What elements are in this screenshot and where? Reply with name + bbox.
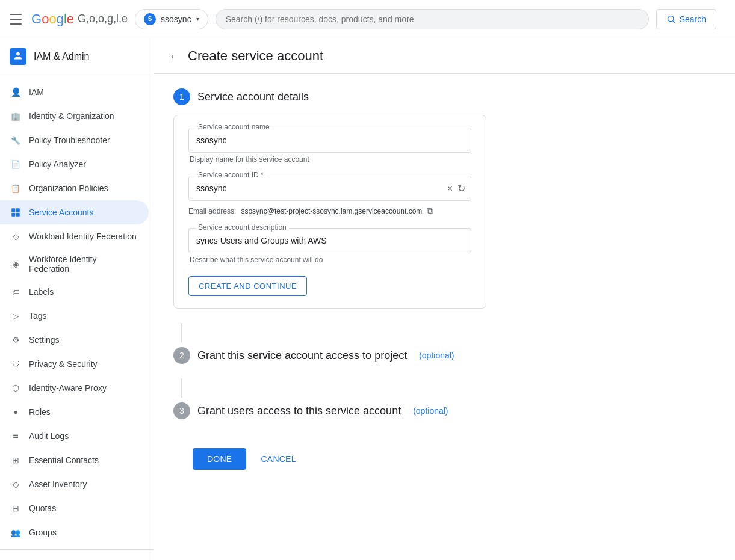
sidebar-item-tags[interactable]: Tags (0, 304, 149, 328)
search-bar[interactable] (216, 9, 649, 29)
diamond-icon (10, 478, 22, 490)
org-icon (10, 110, 22, 122)
cancel-button[interactable]: CANCEL (253, 448, 303, 470)
step-1-header: 1 Service account details (173, 88, 604, 105)
svg-rect-4 (11, 213, 15, 217)
roles-icon (10, 406, 22, 418)
sidebar-item-manage-resources[interactable]: Manage Resources (0, 555, 149, 560)
sidebar-item-audit-logs[interactable]: Audit Logs (0, 424, 149, 448)
id-field-label: Service account ID * (196, 171, 266, 179)
sidebar-item-labels[interactable]: Labels (0, 280, 149, 304)
sidebar-item-essential-contacts[interactable]: Essential Contacts (0, 448, 149, 472)
service-account-id-field: Service account ID * × ↻ (188, 176, 471, 201)
step-3-section: 3 Grant users access to this service acc… (173, 402, 604, 419)
step-divider-1 (181, 323, 182, 342)
step-2-number: 2 (173, 347, 190, 364)
sidebar-item-label: Privacy & Security (29, 359, 98, 369)
settings-icon (10, 334, 22, 346)
sidebar-title: IAM & Admin (34, 51, 89, 62)
sidebar-item-workload-identity[interactable]: Workload Identity Federation (0, 224, 149, 248)
sidebar-header: IAM & Admin (0, 38, 154, 75)
sidebar: IAM & Admin IAM Identity & Organization … (0, 38, 154, 560)
sidebar-item-label: Identity & Organization (29, 111, 114, 121)
project-icon: S (144, 13, 156, 25)
sidebar-item-label: Groups (29, 528, 57, 537)
search-input[interactable] (226, 14, 639, 24)
service-account-id-input[interactable] (188, 176, 471, 201)
email-label: Email address: (188, 207, 236, 215)
step-3-subtitle: (optional) (413, 406, 448, 416)
email-value: ssosync@test-project-ssosync.iam.gservic… (241, 207, 422, 215)
workforce-icon (10, 258, 22, 270)
workload-icon (10, 230, 22, 242)
sidebar-item-policy-analyzer[interactable]: Policy Analyzer (0, 152, 149, 176)
sidebar-item-label: Service Accounts (29, 208, 93, 217)
step-3-number: 3 (173, 402, 190, 419)
sidebar-item-label: Labels (29, 287, 54, 297)
sidebar-nav: IAM Identity & Organization Policy Troub… (0, 75, 154, 549)
back-button[interactable]: ← (169, 49, 181, 63)
service-account-description-input[interactable] (188, 228, 471, 253)
sidebar-item-identity-org[interactable]: Identity & Organization (0, 104, 149, 128)
done-button[interactable]: DONE (193, 448, 246, 470)
sidebar-item-settings[interactable]: Settings (0, 328, 149, 352)
page-title: Create service account (188, 48, 323, 64)
tag-icon (10, 310, 22, 322)
step-divider-2 (181, 378, 182, 398)
logs-icon (10, 430, 22, 442)
name-field-hint: Display name for this service account (188, 155, 471, 164)
bottom-actions: DONE CANCEL (173, 438, 604, 479)
sidebar-item-service-accounts[interactable]: Service Accounts (0, 200, 149, 224)
description-field-label: Service account description (196, 223, 289, 232)
step-1-title: Service account details (197, 91, 309, 103)
main-content: ← Create service account 1 Service accou… (154, 38, 735, 560)
sidebar-item-label: Workforce Identity Federation (29, 254, 139, 274)
sidebar-item-iam[interactable]: IAM (0, 80, 149, 104)
sidebar-item-org-policies[interactable]: Organization Policies (0, 176, 149, 200)
sidebar-item-label: Workload Identity Federation (29, 232, 137, 241)
sidebar-item-label: IAM (29, 87, 44, 97)
menu-button[interactable] (10, 12, 24, 26)
google-cloud-logo[interactable]: Google G,o,o,g,l,e (31, 11, 128, 27)
quotas-icon (10, 502, 22, 514)
proxy-icon (10, 382, 22, 394)
step-1-section: 1 Service account details Service accoun… (173, 88, 604, 309)
svg-line-1 (673, 21, 675, 23)
clear-id-button[interactable]: × (446, 182, 454, 195)
policy-icon (10, 182, 22, 194)
top-header: Google G,o,o,g,l,e S ssosync ▾ Search (0, 0, 735, 38)
project-selector[interactable]: S ssosync ▾ (135, 9, 208, 29)
sidebar-item-asset-inventory[interactable]: Asset Inventory (0, 472, 149, 496)
service-account-description-field: Service account description Describe wha… (188, 228, 471, 264)
sidebar-item-quotas[interactable]: Quotas (0, 496, 149, 520)
step-2-title: Grant this service account access to pro… (197, 349, 407, 362)
groups-icon (10, 526, 22, 538)
copy-email-button[interactable]: ⧉ (427, 206, 433, 216)
svg-rect-2 (11, 208, 15, 212)
id-field-actions: × ↻ (446, 182, 467, 195)
sidebar-item-workforce-identity[interactable]: Workforce Identity Federation (0, 248, 149, 280)
step-2-section: 2 Grant this service account access to p… (173, 347, 604, 364)
step-1-card: Service account name Display name for th… (173, 115, 486, 309)
sidebar-item-roles[interactable]: Roles (0, 400, 149, 424)
email-row: Email address: ssosync@test-project-ssos… (188, 206, 471, 216)
step-3-title: Grant users access to this service accou… (197, 405, 401, 417)
create-and-continue-button[interactable]: CREATE AND CONTINUE (188, 276, 307, 296)
service-account-name-input[interactable] (188, 128, 471, 153)
wrench-icon (10, 134, 22, 146)
service-accounts-icon (10, 206, 22, 218)
sidebar-item-label: Audit Logs (29, 431, 69, 441)
sidebar-item-label: Essential Contacts (29, 455, 99, 465)
sidebar-item-label: Policy Troubleshooter (29, 135, 110, 145)
search-button[interactable]: Search (656, 9, 716, 29)
contacts-icon (10, 454, 22, 466)
step-1-body: Service account name Display name for th… (173, 115, 604, 309)
sidebar-item-label: Organization Policies (29, 183, 108, 193)
sidebar-item-label: Identity-Aware Proxy (29, 383, 107, 393)
sidebar-item-identity-proxy[interactable]: Identity-Aware Proxy (0, 376, 149, 400)
sidebar-item-privacy-security[interactable]: Privacy & Security (0, 352, 149, 376)
refresh-id-button[interactable]: ↻ (456, 182, 467, 195)
sidebar-item-groups[interactable]: Groups (0, 520, 149, 544)
description-field-hint: Describe what this service account will … (188, 256, 471, 264)
sidebar-item-policy-troubleshooter[interactable]: Policy Troubleshooter (0, 128, 149, 152)
